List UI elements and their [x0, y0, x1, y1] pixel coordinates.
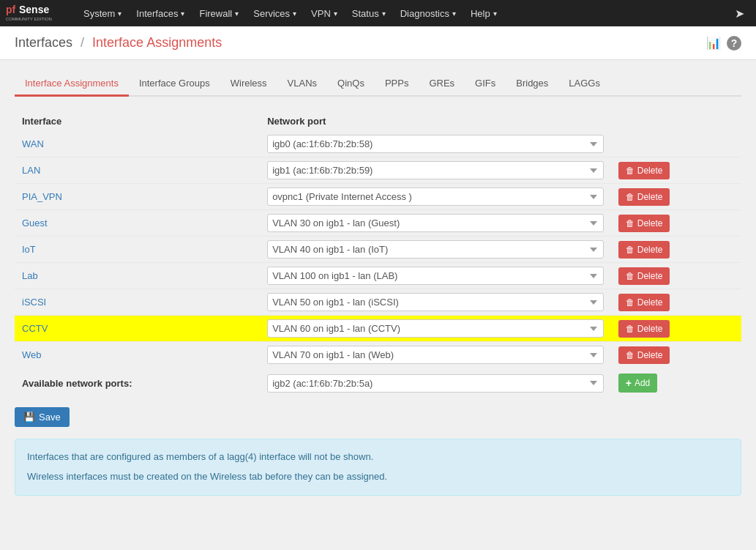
tab-wireless[interactable]: Wireless [220, 72, 277, 97]
delete-button-lab[interactable]: Delete [618, 267, 670, 285]
interface-link-lab[interactable]: Lab [22, 270, 38, 281]
port-select-cctv[interactable]: VLAN 60 on igb1 - lan (CCTV) [267, 319, 604, 338]
interface-link-lan[interactable]: LAN [22, 165, 40, 176]
tabs-bar: Interface AssignmentsInterface GroupsWir… [15, 72, 741, 97]
interface-link-iot[interactable]: IoT [22, 244, 36, 255]
table-row: CCTVVLAN 60 on igb1 - lan (CCTV)Delete [15, 316, 741, 342]
nav-status-arrow: ▾ [382, 10, 386, 18]
svg-text:pf: pf [6, 4, 16, 15]
svg-text:COMMUNITY EDITION: COMMUNITY EDITION [6, 17, 52, 21]
delete-button-cctv[interactable]: Delete [618, 320, 670, 338]
breadcrumb: Interfaces / Interface Assignments [15, 35, 222, 51]
delete-button-iot[interactable]: Delete [618, 241, 670, 259]
port-select-web[interactable]: VLAN 70 on igb1 - lan (Web) [267, 346, 604, 364]
nav-services-arrow: ▾ [293, 10, 296, 18]
nav-interfaces[interactable]: Interfaces ▾ [129, 0, 192, 26]
trash-icon [626, 218, 635, 228]
assignments-table: Interface Network port WANigb0 (ac:1f:6b… [15, 111, 741, 398]
nav-items: System ▾ Interfaces ▾ Firewall ▾ Service… [76, 0, 504, 26]
tab-qinqs[interactable]: QinQs [327, 72, 375, 97]
breadcrumb-current: Interface Assignments [92, 35, 222, 50]
available-port-select[interactable]: igb2 (ac:1f:6b:7b:2b:5a) [267, 374, 604, 393]
pfsense-logo: pf Sense COMMUNITY EDITION [6, 3, 64, 23]
tab-assignments[interactable]: Interface Assignments [15, 72, 129, 97]
port-select-pia_vpn[interactable]: ovpnc1 (Private Internet Access ) [267, 187, 604, 206]
trash-icon [626, 271, 635, 281]
nav-firewall-arrow: ▾ [235, 10, 239, 18]
nav-help[interactable]: Help ▾ [463, 0, 504, 26]
help-icon[interactable] [727, 35, 741, 51]
table-row: LabVLAN 100 on igb1 - lan (LAB)Delete [15, 263, 741, 289]
nav-help-arrow: ▾ [493, 10, 497, 18]
save-area: Save [15, 407, 741, 427]
page-header: Interfaces / Interface Assignments [0, 26, 756, 60]
port-select-iot[interactable]: VLAN 40 on igb1 - lan (IoT) [267, 240, 604, 259]
delete-button-lan[interactable]: Delete [618, 162, 670, 179]
nav-arrow-icon[interactable]: ➤ [729, 4, 750, 23]
tab-bridges[interactable]: Bridges [506, 72, 558, 97]
nav-interfaces-arrow: ▾ [181, 10, 184, 18]
interface-link-wan[interactable]: WAN [22, 138, 44, 149]
nav-status[interactable]: Status ▾ [345, 0, 393, 26]
table-row: PIA_VPNovpnc1 (Private Internet Access )… [15, 184, 741, 210]
chart-icon[interactable] [706, 35, 721, 51]
interface-link-guest[interactable]: Guest [22, 218, 48, 228]
table-row: WANigb0 (ac:1f:6b:7b:2b:58) [15, 131, 741, 157]
nav-system-arrow: ▾ [118, 10, 121, 18]
info-line1: Interfaces that are configured as member… [27, 450, 729, 465]
breadcrumb-parent: Interfaces [15, 35, 72, 50]
nav-diagnostics-arrow: ▾ [452, 10, 456, 18]
tab-groups[interactable]: Interface Groups [129, 72, 220, 97]
tab-gifs[interactable]: GIFs [465, 72, 506, 97]
table-row: IoTVLAN 40 on igb1 - lan (IoT)Delete [15, 237, 741, 263]
available-ports-row: Available network ports: igb2 (ac:1f:6b:… [15, 368, 741, 398]
port-select-guest[interactable]: VLAN 30 on igb1 - lan (Guest) [267, 214, 604, 232]
tab-gres[interactable]: GREs [419, 72, 465, 97]
nav-system[interactable]: System ▾ [76, 0, 129, 26]
table-row: LANigb1 (ac:1f:6b:7b:2b:59)Delete [15, 157, 741, 184]
delete-button-web[interactable]: Delete [618, 346, 670, 364]
add-button-cell: Add [611, 368, 741, 398]
tab-laggs[interactable]: LAGGs [558, 72, 610, 97]
header-icons [706, 35, 741, 51]
nav-services[interactable]: Services ▾ [246, 0, 304, 26]
tab-ppps[interactable]: PPPs [375, 72, 419, 97]
table-row: iSCSIVLAN 50 on igb1 - lan (iSCSI)Delete [15, 289, 741, 316]
navbar-right: ➤ [729, 7, 750, 21]
nav-vpn[interactable]: VPN ▾ [304, 0, 345, 26]
trash-icon [626, 192, 635, 202]
interface-link-web[interactable]: Web [22, 349, 42, 360]
navbar: pf Sense COMMUNITY EDITION System ▾ Inte… [0, 0, 756, 26]
info-line2: Wireless interfaces must be created on t… [27, 469, 729, 485]
col-interface-header: Interface [15, 111, 260, 131]
trash-icon [626, 297, 635, 308]
port-select-wan[interactable]: igb0 (ac:1f:6b:7b:2b:58) [267, 135, 604, 153]
table-row: WebVLAN 70 on igb1 - lan (Web)Delete [15, 342, 741, 368]
port-select-lab[interactable]: VLAN 100 on igb1 - lan (LAB) [267, 267, 604, 285]
tab-vlans[interactable]: VLANs [277, 72, 327, 97]
trash-icon [626, 324, 635, 334]
available-port-cell: igb2 (ac:1f:6b:7b:2b:5a) [260, 368, 611, 398]
nav-vpn-arrow: ▾ [334, 10, 337, 18]
trash-icon [626, 166, 635, 176]
col-actions-header [611, 111, 741, 131]
nav-diagnostics[interactable]: Diagnostics ▾ [393, 0, 463, 26]
save-icon [23, 412, 35, 423]
delete-button-guest[interactable]: Delete [618, 215, 670, 232]
interface-link-cctv[interactable]: CCTV [22, 323, 48, 334]
col-network-port-header: Network port [260, 111, 611, 131]
table-row: GuestVLAN 30 on igb1 - lan (Guest)Delete [15, 210, 741, 237]
save-button[interactable]: Save [15, 407, 70, 427]
delete-button-iscsi[interactable]: Delete [618, 294, 670, 311]
delete-button-pia_vpn[interactable]: Delete [618, 188, 670, 206]
port-select-lan[interactable]: igb1 (ac:1f:6b:7b:2b:59) [267, 161, 604, 179]
breadcrumb-separator: / [81, 35, 84, 50]
nav-firewall[interactable]: Firewall ▾ [192, 0, 246, 26]
svg-text:Sense: Sense [19, 4, 49, 15]
interface-link-iscsi[interactable]: iSCSI [22, 297, 46, 308]
add-button[interactable]: Add [618, 374, 658, 393]
port-select-iscsi[interactable]: VLAN 50 on igb1 - lan (iSCSI) [267, 293, 604, 311]
interface-link-pia_vpn[interactable]: PIA_VPN [22, 191, 62, 202]
available-label: Available network ports: [15, 368, 260, 398]
brand-logo-area: pf Sense COMMUNITY EDITION [6, 3, 64, 23]
